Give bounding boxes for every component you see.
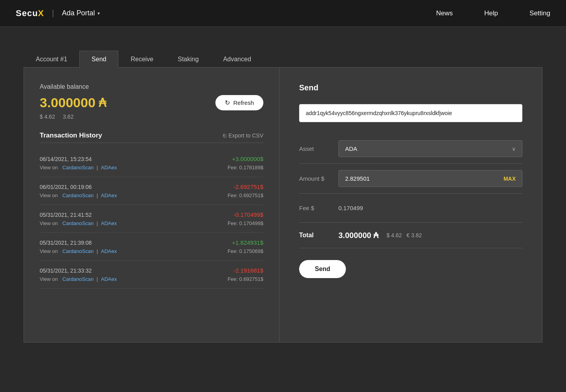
table-row: 05/31/2021, 21:39:08 +1.824931$ View on …	[40, 233, 263, 261]
tx-row-top: 06/14/2021, 15:23:54 +3.000000$	[40, 156, 263, 162]
view-on-label: View on	[40, 276, 58, 282]
right-panel: Send Asset ADA ∨ Amount $ MAX	[279, 68, 542, 342]
asset-label: Asset	[299, 145, 338, 152]
amount-value: MAX	[338, 170, 522, 187]
tx-fee: Fee: 0.692751$	[228, 276, 263, 282]
total-row: Total 3.000000 ₳ $ 4.62 € 3.82	[299, 223, 522, 248]
cardanoscan-link[interactable]: CardanoScan	[62, 165, 94, 170]
portal-name[interactable]: Ada Portal ▾	[62, 9, 99, 17]
adaex-link[interactable]: ADAex	[101, 248, 117, 254]
tx-date: 06/01/2021, 00:19:06	[40, 184, 92, 190]
view-on-label: View on	[40, 248, 58, 254]
adaex-link[interactable]: ADAex	[101, 192, 117, 198]
total-sub: $ 4.62 € 3.82	[386, 232, 422, 238]
left-panel: Available balance 3.000000 ₳ ↻ Refresh $…	[24, 68, 279, 342]
cardanoscan-link[interactable]: CardanoScan	[62, 276, 94, 282]
amount-input[interactable]	[345, 170, 504, 187]
total-ada-symbol: ₳	[373, 231, 379, 240]
amount-label: Amount $	[299, 175, 338, 182]
balance-label: Available balance	[40, 83, 263, 90]
view-on-label: View on	[40, 220, 58, 226]
export-icon: ⎗	[223, 132, 226, 139]
tx-amount: +1.824931$	[232, 239, 263, 246]
tx-row-top: 05/31/2021, 21:41:52 -0.170499$	[40, 211, 263, 218]
total-label: Total	[299, 232, 338, 239]
send-address-input[interactable]	[299, 104, 522, 122]
tx-amount: -0.170499$	[233, 211, 263, 218]
tx-date: 05/31/2021, 21:41:52	[40, 212, 92, 218]
nav-help[interactable]: Help	[484, 9, 498, 17]
tx-fee: Fee: 0.170499$	[228, 220, 263, 226]
tabs: Account #1 Send Receive Staking Advanced	[24, 50, 542, 68]
portal-name-text: Ada Portal	[62, 9, 95, 17]
total-amount: 3.000000 ₳	[338, 231, 379, 240]
view-on-label: View on	[40, 165, 58, 170]
adaex-link[interactable]: ADAex	[101, 165, 117, 170]
tab-advanced[interactable]: Advanced	[211, 51, 263, 68]
tx-links: View on CardanoScan | ADAex	[40, 165, 117, 170]
export-csv-button[interactable]: ⎗ Export to CSV	[223, 132, 263, 139]
tx-row-top: 06/01/2021, 00:19:06 -2.692751$	[40, 183, 263, 190]
balance-eur: 3.62	[63, 114, 74, 120]
tx-list: 06/14/2021, 15:23:54 +3.000000$ View on …	[40, 149, 263, 289]
adaex-link[interactable]: ADAex	[101, 220, 117, 226]
total-eur: € 3.82	[406, 232, 422, 238]
main-content: Account #1 Send Receive Staking Advanced…	[0, 27, 566, 358]
tx-fee: Fee: 0.178189$	[228, 165, 263, 170]
tx-links: View on CardanoScan | ADAex	[40, 276, 117, 282]
tx-amount: -2.191681$	[233, 267, 263, 274]
asset-select[interactable]: ADA ∨	[338, 140, 522, 157]
max-button[interactable]: MAX	[504, 176, 516, 182]
view-on-label: View on	[40, 192, 58, 198]
export-label: Export to CSV	[228, 132, 263, 139]
refresh-label: Refresh	[233, 99, 254, 106]
table-row: 05/31/2021, 21:41:52 -0.170499$ View on …	[40, 205, 263, 233]
tx-date: 05/31/2021, 21:39:08	[40, 240, 92, 246]
cardanoscan-link[interactable]: CardanoScan	[62, 220, 94, 226]
refresh-button[interactable]: ↻ Refresh	[215, 95, 263, 110]
tx-title: Transaction History	[40, 132, 102, 139]
fee-value: 0.170499	[338, 200, 522, 216]
logo: SecuX	[16, 8, 44, 18]
cardanoscan-link[interactable]: CardanoScan	[62, 248, 94, 254]
balance-sub: $ 4.62 3.62	[40, 114, 263, 120]
tab-receive[interactable]: Receive	[118, 51, 165, 68]
tx-row-top: 05/31/2021, 21:33:32 -2.191681$	[40, 267, 263, 274]
asset-field: Asset ADA ∨	[299, 134, 522, 164]
portal-caret-icon: ▾	[97, 11, 100, 16]
balance-row: 3.000000 ₳ ↻ Refresh	[40, 95, 263, 110]
header-nav: News Help Setting	[436, 9, 550, 17]
tx-fee: Fee: 0.692751$	[228, 192, 263, 198]
asset-value: ADA ∨	[338, 140, 522, 157]
tab-staking[interactable]: Staking	[165, 51, 211, 68]
tx-links: View on CardanoScan | ADAex	[40, 248, 117, 254]
tab-send[interactable]: Send	[79, 51, 118, 68]
send-button[interactable]: Send	[299, 260, 346, 278]
tx-links: View on CardanoScan | ADAex	[40, 192, 117, 198]
nav-news[interactable]: News	[436, 9, 453, 17]
header: SecuX | Ada Portal ▾ News Help Setting	[0, 0, 566, 27]
balance-value: 3.000000	[40, 95, 96, 110]
total-amount-value: 3.000000	[338, 231, 371, 240]
nav-setting[interactable]: Setting	[529, 9, 550, 17]
header-left: SecuX | Ada Portal ▾	[16, 8, 100, 18]
total-usd: $ 4.62	[386, 232, 402, 238]
tx-row-bottom: View on CardanoScan | ADAex Fee: 0.17818…	[40, 165, 263, 170]
refresh-icon: ↻	[225, 99, 230, 106]
fee-amount: 0.170499	[338, 200, 522, 216]
asset-select-value: ADA	[345, 145, 357, 152]
adaex-link[interactable]: ADAex	[101, 276, 117, 282]
fee-field: Fee $ 0.170499	[299, 194, 522, 223]
tx-row-bottom: View on CardanoScan | ADAex Fee: 0.17049…	[40, 220, 263, 226]
cardanoscan-link[interactable]: CardanoScan	[62, 192, 94, 198]
tx-amount: -2.692751$	[233, 183, 263, 190]
tx-date: 05/31/2021, 21:33:32	[40, 267, 92, 274]
tx-row-top: 05/31/2021, 21:39:08 +1.824931$	[40, 239, 263, 246]
tx-row-bottom: View on CardanoScan | ADAex Fee: 0.69275…	[40, 276, 263, 282]
table-row: 06/14/2021, 15:23:54 +3.000000$ View on …	[40, 149, 263, 177]
amount-field: Amount $ MAX	[299, 164, 522, 194]
tab-account1[interactable]: Account #1	[24, 51, 79, 68]
header-divider: |	[52, 9, 54, 18]
content-area: Available balance 3.000000 ₳ ↻ Refresh $…	[24, 68, 542, 343]
tx-row-bottom: View on CardanoScan | ADAex Fee: 0.69275…	[40, 192, 263, 198]
